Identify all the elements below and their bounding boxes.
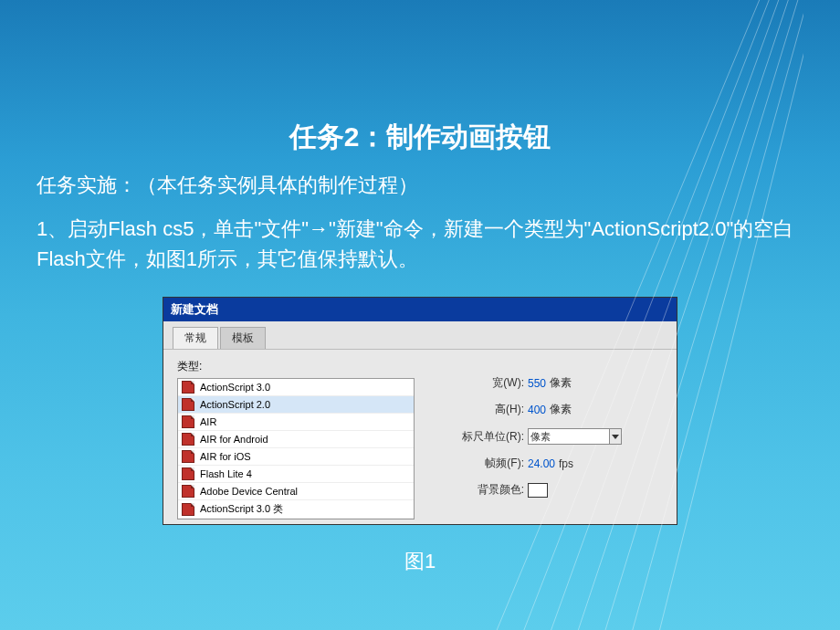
type-item-label: AIR xyxy=(200,416,216,427)
dialog-tabs: 常规 模板 xyxy=(163,321,677,350)
fla-icon xyxy=(182,415,194,428)
ruler-unit-select[interactable]: 像素 xyxy=(528,428,610,445)
type-label: 类型: xyxy=(177,359,415,374)
properties-panel: 宽(W): 550 像素 高(H): 400 像素 标尺单位(R): 像素 帧频… xyxy=(442,359,663,520)
dropdown-icon[interactable] xyxy=(609,428,622,445)
type-item-label: ActionScript 3.0 xyxy=(200,382,270,393)
fps-value[interactable]: 24.00 xyxy=(528,457,555,470)
width-value[interactable]: 550 xyxy=(528,377,546,390)
type-item[interactable]: AIR xyxy=(178,414,414,431)
fla-icon xyxy=(182,398,194,411)
height-value[interactable]: 400 xyxy=(528,404,546,416)
type-item[interactable]: AIR for iOS xyxy=(178,448,414,466)
type-item[interactable]: Adobe Device Central xyxy=(178,483,414,500)
new-document-dialog: 新建文档 常规 模板 类型: ActionScript 3.0 ActionSc… xyxy=(163,297,677,525)
bgcolor-swatch[interactable] xyxy=(528,483,548,498)
height-label: 高(H): xyxy=(442,402,524,417)
bgcolor-label: 背景颜色: xyxy=(442,482,524,498)
tab-template[interactable]: 模板 xyxy=(220,327,266,349)
type-item[interactable]: AIR for Android xyxy=(178,431,414,448)
width-unit: 像素 xyxy=(550,375,572,391)
step-1-text: 1、启动Flash cs5，单击"文件"→"新建"命令，新建一个类型为"Acti… xyxy=(37,214,803,274)
type-item[interactable]: ActionScript 2.0 xyxy=(178,396,414,414)
slide-title: 任务2：制作动画按钮 xyxy=(0,119,840,156)
fps-unit: fps xyxy=(559,457,573,470)
ruler-label: 标尺单位(R): xyxy=(442,429,524,445)
height-unit: 像素 xyxy=(550,402,572,417)
ruler-unit-value: 像素 xyxy=(530,430,551,444)
fps-label: 帧频(F): xyxy=(442,456,524,471)
fla-icon xyxy=(182,485,194,498)
type-item[interactable]: Flash Lite 4 xyxy=(178,466,414,483)
type-item-label: Adobe Device Central xyxy=(200,486,298,497)
type-item[interactable]: ActionScript 3.0 xyxy=(178,379,414,396)
fla-icon xyxy=(182,381,194,394)
fla-icon xyxy=(182,503,194,516)
fla-icon xyxy=(182,467,194,480)
fla-icon xyxy=(182,450,194,463)
width-label: 宽(W): xyxy=(442,375,524,391)
type-item-label: ActionScript 2.0 xyxy=(200,399,270,410)
figure-caption: 图1 xyxy=(0,548,840,575)
fla-icon xyxy=(182,433,194,446)
type-item[interactable]: ActionScript 3.0 类 xyxy=(178,500,414,519)
task-intro: 任务实施：（本任务实例具体的制作过程） xyxy=(37,170,803,200)
type-item-label: AIR for iOS xyxy=(200,451,251,462)
svg-line-6 xyxy=(657,0,803,630)
type-item-label: AIR for Android xyxy=(200,434,268,445)
type-list[interactable]: ActionScript 3.0 ActionScript 2.0 AIR AI… xyxy=(177,378,415,520)
type-item-label: Flash Lite 4 xyxy=(200,468,252,479)
dialog-titlebar: 新建文档 xyxy=(163,298,677,321)
type-item-label: ActionScript 3.0 类 xyxy=(200,502,283,516)
tab-general[interactable]: 常规 xyxy=(173,327,218,349)
